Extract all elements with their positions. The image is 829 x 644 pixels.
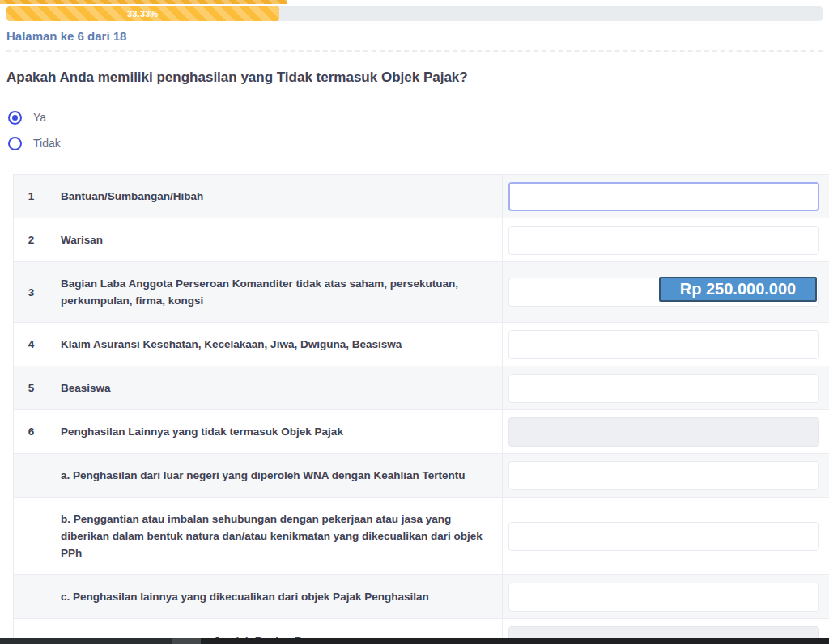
page-top-progress-bar xyxy=(0,0,287,4)
amount-input[interactable] xyxy=(508,522,819,551)
row-number: 3 xyxy=(14,262,49,323)
row-description: Bagian Laba Anggota Perseroan Komanditer… xyxy=(49,262,503,323)
video-scrubber-bar xyxy=(0,638,829,644)
scrubber-segment xyxy=(0,638,172,644)
amount-input[interactable] xyxy=(508,461,819,490)
row-number: 5 xyxy=(14,366,49,410)
tax-form-page: 33.33% Halaman ke 6 dari 18 Apakah Anda … xyxy=(0,0,829,644)
amount-input[interactable] xyxy=(508,226,819,255)
amount-cell xyxy=(503,323,829,366)
progress-bar-track: 33.33% xyxy=(6,6,823,21)
amount-cell xyxy=(503,454,829,498)
row-description: a. Penghasilan dari luar negeri yang dip… xyxy=(49,454,503,498)
amount-input[interactable] xyxy=(508,583,819,612)
table-row: 1Bantuan/Sumbangan/Hibah xyxy=(14,175,829,218)
row-number: 2 xyxy=(14,218,49,262)
amount-cell xyxy=(503,366,829,410)
amount-cell xyxy=(503,498,829,575)
table-row: 6Penghasilan Lainnya yang tidak termasuk… xyxy=(14,410,829,454)
radio-group: Ya Tidak xyxy=(8,107,61,159)
progress-percent-label: 33.33% xyxy=(127,9,159,19)
row-number xyxy=(14,498,49,575)
progress-bar-fill: 33.33% xyxy=(6,6,279,21)
income-table-body: 1Bantuan/Sumbangan/Hibah2Warisan3Bagian … xyxy=(14,175,829,644)
row-description: Penghasilan Lainnya yang tidak termasuk … xyxy=(49,410,503,454)
income-table: 1Bantuan/Sumbangan/Hibah2Warisan3Bagian … xyxy=(13,174,829,644)
row-number: 6 xyxy=(14,410,49,454)
radio-selected-icon[interactable] xyxy=(8,111,22,125)
row-description: b. Penggantian atau imbalan sehubungan d… xyxy=(49,498,503,575)
radio-option-tidak[interactable]: Tidak xyxy=(8,133,61,154)
radio-label-tidak: Tidak xyxy=(33,137,61,150)
row-number: 4 xyxy=(14,323,49,366)
table-row: 4Klaim Asuransi Kesehatan, Kecelakaan, J… xyxy=(14,323,829,366)
table-row: 5Beasiswa xyxy=(14,366,829,410)
radio-option-ya[interactable]: Ya xyxy=(8,107,61,128)
table-row: 2Warisan xyxy=(14,218,829,262)
amount-cell xyxy=(503,175,829,218)
row-description: Bantuan/Sumbangan/Hibah xyxy=(49,175,503,218)
section-divider xyxy=(6,50,823,52)
row-description: Warisan xyxy=(49,218,503,262)
radio-unselected-icon[interactable] xyxy=(8,137,22,150)
row-number: 1 xyxy=(14,175,49,218)
amount-input xyxy=(508,417,819,447)
radio-label-ya: Ya xyxy=(33,111,46,124)
row-number xyxy=(14,454,49,498)
amount-input[interactable] xyxy=(508,374,819,403)
row-description: c. Penghasilan lainnya yang dikecualikan… xyxy=(49,575,503,619)
row-number xyxy=(14,575,49,619)
row-description: Klaim Asuransi Kesehatan, Kecelakaan, Ji… xyxy=(49,323,503,366)
row-description: Beasiswa xyxy=(49,366,503,410)
amount-cell xyxy=(503,218,829,262)
amount-cell xyxy=(503,410,829,454)
typed-value-overlay: Rp 250.000.000 xyxy=(659,277,817,302)
table-row: a. Penghasilan dari luar negeri yang dip… xyxy=(14,454,829,498)
amount-cell xyxy=(503,575,829,619)
amount-input[interactable] xyxy=(508,182,819,211)
question-text: Apakah Anda memiliki penghasilan yang Ti… xyxy=(6,70,468,86)
scrubber-handle xyxy=(172,638,201,644)
table-row: b. Penggantian atau imbalan sehubungan d… xyxy=(14,498,829,575)
page-indicator: Halaman ke 6 dari 18 xyxy=(6,29,126,43)
table-row: c. Penghasilan lainnya yang dikecualikan… xyxy=(14,575,829,619)
amount-input[interactable] xyxy=(508,330,819,359)
